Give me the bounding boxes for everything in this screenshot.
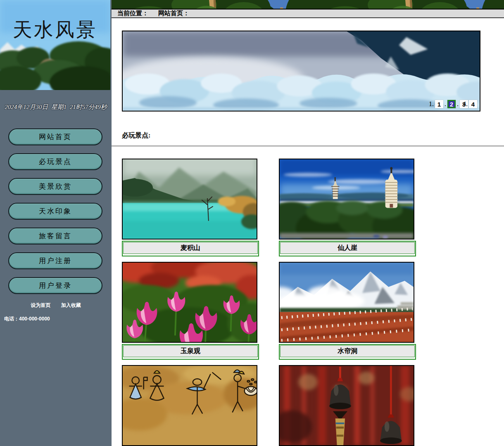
spot-name-1: 麦积山 [123,242,258,254]
pagoda-scene-image [280,159,414,239]
cards-grid: 麦积山 [122,159,504,446]
spot-caption-3[interactable]: 玉泉观 [122,344,259,360]
page-marker: . [457,100,459,108]
page-marker: . [445,100,446,108]
nav-button-1[interactable]: 网站首页 [8,128,102,145]
sidebar-nav-item: 旅客留言 [8,228,112,244]
spot-name-4: 水帘洞 [280,345,415,357]
spot-caption-1[interactable]: 麦积山 [122,241,259,256]
sidebar-nav-item: 必玩景点 [8,153,112,170]
breadcrumb-prefix: 当前位置： [117,9,148,17]
nav-button-3[interactable]: 美景欣赏 [8,178,102,195]
tulip-scene-image [123,263,257,342]
spot-card-5 [122,365,259,446]
spot-name-2: 仙人崖 [280,242,415,254]
datetime-display: 2024年12月30日 星期1 21时57分49秒 [0,103,112,111]
site-logo: 天水风景 [0,0,110,90]
breadcrumb: 当前位置： 网站首页： [112,9,504,18]
banner-trees-image [308,0,504,9]
spot-card-2: 仙人崖 [279,159,416,256]
nav-button-7[interactable]: 用户登录 [8,277,102,294]
spot-name-3: 玉泉观 [123,345,258,357]
bells-scene-image [280,366,414,445]
quick-links: 设为首页 加入收藏 [0,302,112,309]
sidebar-nav-item: 美景欣赏 [8,178,112,195]
nav-button-4[interactable]: 天水印象 [8,203,102,220]
spot-card-6 [279,365,416,446]
banner-trees-image [112,0,308,9]
breadcrumb-current[interactable]: 网站首页： [158,9,189,17]
spot-card-1: 麦积山 [122,159,259,256]
spot-image-3[interactable] [122,262,257,343]
sidebar-nav-item: 用户注册 [8,252,112,269]
spot-image-6[interactable] [279,365,414,446]
page-box[interactable]: 1 [435,100,443,108]
page-box[interactable]: 4 [469,100,477,108]
spot-image-2[interactable] [279,159,414,240]
logo-image: 天水风景 [0,0,110,90]
spot-card-3: 玉泉观 [122,262,259,360]
slider-glacier-image [123,31,480,111]
set-homepage-link[interactable]: 设为首页 [31,302,50,308]
sidebar-nav-item: 用户登录 [8,277,112,294]
spot-card-4: 水帘洞 [279,262,416,360]
spot-caption-2[interactable]: 仙人崖 [279,241,416,256]
sidebar-nav-item: 网站首页 [8,128,112,145]
spot-caption-4[interactable]: 水帘洞 [279,344,416,360]
section-divider [112,146,504,146]
sidebar-nav-item: 天水印象 [8,203,112,220]
phone-label: 电话：400-000-0000 [4,316,112,323]
slider-pagination: 1.1.2.34.4 [428,100,478,108]
sidebar-nav: 网站首页必玩景点美景欣赏天水印象旅客留言用户注册用户登录 [0,128,112,294]
spot-image-4[interactable] [279,262,414,343]
banner [112,0,504,9]
snow-mountain-scene-image [280,263,414,342]
add-favorite-link[interactable]: 加入收藏 [61,302,81,308]
spot-image-5[interactable] [122,365,257,446]
content: 1.1.2.34.4 必玩景点: [112,18,504,446]
logo-text: 天水风景 [13,19,97,40]
page-marker: 4. [463,100,468,108]
nav-button-2[interactable]: 必玩景点 [8,153,102,170]
spot-image-1[interactable] [122,159,257,240]
parchment-scene-image [123,366,257,445]
page-marker: 1. [429,100,434,108]
image-slider: 1.1.2.34.4 [122,31,480,112]
section-title: 必玩景点: [122,131,504,140]
nav-button-6[interactable]: 用户注册 [8,252,102,269]
nav-button-5[interactable]: 旅客留言 [8,228,102,244]
lake-scene-image [123,159,257,239]
sidebar: 天水风景 2024年12月30日 星期1 21时57分49秒 网站首页必玩景点美… [0,0,112,446]
page-box-current[interactable]: 2 [447,100,456,108]
main-area: 当前位置： 网站首页： [112,0,504,446]
sidebar-nav-container: 网站首页必玩景点美景欣赏天水印象旅客留言用户注册用户登录 [0,128,112,294]
